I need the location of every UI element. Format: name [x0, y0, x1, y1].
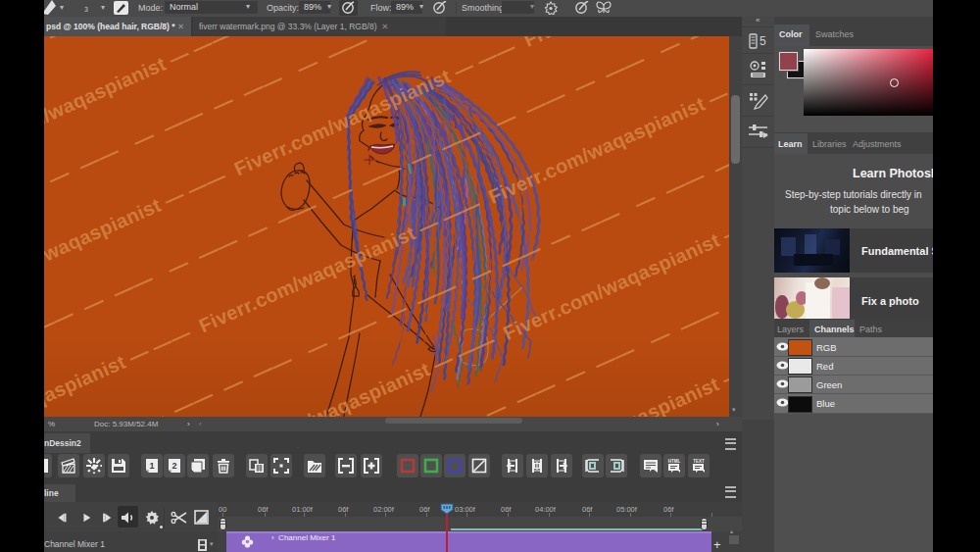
svg-text:TEXT: TEXT: [693, 459, 705, 464]
svg-text:HTML: HTML: [668, 459, 681, 464]
svg-text:2: 2: [172, 461, 176, 471]
svg-text:5: 5: [760, 34, 766, 48]
svg-text:1: 1: [149, 461, 154, 471]
